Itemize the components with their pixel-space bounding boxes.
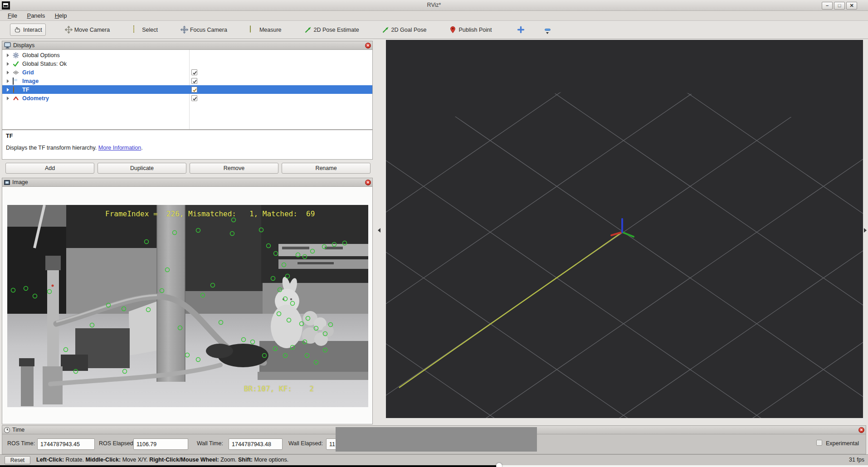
duplicate-button[interactable]: Duplicate — [98, 163, 186, 174]
reset-button[interactable]: Reset — [5, 456, 30, 464]
tree-row-odometry[interactable]: Odometry — [2, 94, 372, 102]
ros-elapsed-field[interactable] — [133, 438, 188, 450]
display-description: TF Displays the TF transform hierarchy. … — [2, 130, 373, 160]
displays-tree: Global Options Global Status: Ok Grid Im… — [2, 50, 373, 130]
expander-icon[interactable] — [7, 97, 9, 100]
image-close-icon[interactable]: ✕ — [365, 180, 371, 185]
tree-row-global-status[interactable]: Global Status: Ok — [2, 59, 372, 68]
expander-icon[interactable] — [7, 71, 9, 74]
monitor-icon — [4, 42, 11, 49]
menu-panels[interactable]: Panels — [23, 11, 49, 20]
tool-2d-pose-estimate[interactable]: 2D Pose Estimate — [301, 24, 363, 36]
crosshair-icon — [180, 26, 188, 34]
titlebar: RViz* – □ ✕ — [0, 0, 868, 11]
time-close-icon[interactable]: ✕ — [858, 427, 864, 433]
tree-row-global-options[interactable]: Global Options — [2, 51, 372, 59]
tool-publish-point[interactable]: Publish Point — [445, 24, 495, 36]
camera-overlay-stats: FrameIndex = 226, Mismatched: 1, Matched… — [105, 209, 315, 218]
minus-icon — [544, 26, 551, 34]
wall-elapsed-label: Wall Elapsed: — [288, 440, 323, 447]
mouse-help-text: Left-Click: Rotate. Middle-Click: Move X… — [36, 457, 288, 463]
tool-interact[interactable]: Interact — [10, 24, 46, 36]
toolbar: Interact Move Camera Select Focus Camera… — [0, 21, 868, 39]
map-pin-icon — [449, 26, 457, 34]
fps-counter: 31 fps — [849, 457, 864, 463]
wall-time-label: Wall Time: — [197, 440, 223, 447]
displays-panel-title: Displays — [13, 42, 34, 49]
time-panel-title: Time — [12, 427, 24, 433]
gear-icon — [13, 52, 19, 58]
expander-icon[interactable] — [7, 62, 9, 66]
camera-scene — [7, 205, 368, 407]
displays-panel-header[interactable]: Displays ✕ — [2, 41, 373, 50]
maximize-button[interactable]: □ — [834, 2, 845, 10]
redaction-overlay — [336, 427, 537, 452]
odometry-checkbox[interactable] — [191, 95, 197, 101]
tree-row-tf[interactable]: TF — [2, 85, 372, 94]
tree-row-image[interactable]: Image — [2, 77, 372, 85]
wall-time-field[interactable] — [229, 438, 283, 450]
minimize-button[interactable]: – — [822, 2, 833, 10]
plus-icon — [517, 26, 525, 34]
camera-image: FrameIndex = 226, Mismatched: 1, Matched… — [7, 205, 368, 407]
image-panel-title: Image — [12, 179, 28, 185]
ros-time-field[interactable] — [37, 438, 95, 450]
tf-orb-icon — [13, 87, 19, 93]
rename-button[interactable]: Rename — [282, 163, 371, 174]
splitter-collapse-right-icon[interactable] — [864, 228, 867, 233]
more-information-link[interactable]: More Information — [98, 145, 141, 151]
splitter-collapse-left-icon[interactable] — [378, 228, 380, 233]
displays-button-row: Add Duplicate Remove Rename — [2, 160, 373, 177]
grid-3d — [386, 40, 863, 418]
description-title: TF — [6, 133, 13, 139]
green-check-icon — [13, 61, 19, 67]
tool-measure[interactable]: Measure — [246, 24, 285, 36]
tool-focus-camera[interactable]: Focus Camera — [177, 24, 231, 36]
ros-time-label: ROS Time: — [7, 440, 35, 447]
hand-icon — [14, 26, 21, 34]
menu-help[interactable]: Help — [51, 11, 71, 20]
image-checkbox[interactable] — [191, 78, 197, 84]
image-icon — [13, 78, 19, 84]
remove-tool-button[interactable] — [540, 24, 555, 36]
expander-icon[interactable] — [7, 88, 9, 92]
displays-close-icon[interactable]: ✕ — [365, 43, 371, 49]
grid-checkbox[interactable] — [191, 69, 197, 75]
move-arrows-icon — [65, 26, 73, 34]
rviz-window: RViz* – □ ✕ File Panels Help Interact Mo… — [0, 0, 868, 467]
green-arrow-icon — [304, 26, 312, 34]
tf-checkbox[interactable] — [191, 87, 197, 92]
tool-move-camera[interactable]: Move Camera — [61, 24, 114, 36]
expander-icon[interactable] — [7, 79, 9, 83]
add-tool-button[interactable] — [513, 24, 528, 36]
tree-row-grid[interactable]: Grid — [2, 68, 372, 77]
description-text: Displays the TF transform hierarchy. Mor… — [6, 145, 143, 151]
ruler-icon — [250, 26, 258, 34]
add-button[interactable]: Add — [5, 163, 94, 174]
tool-2d-goal-pose[interactable]: 2D Goal Pose — [378, 24, 430, 36]
window-title: RViz* — [0, 2, 868, 8]
odometry-arrow-icon — [13, 95, 19, 102]
green-arrow-icon — [382, 26, 390, 34]
image-panel-header[interactable]: Image ✕ — [2, 178, 373, 187]
clock-icon — [4, 427, 10, 433]
grid-icon — [13, 69, 19, 76]
viewport-3d[interactable] — [386, 40, 863, 418]
camera-overlay-keyframes: BR:107, KF: 2 — [244, 384, 314, 393]
odometry-path — [399, 232, 622, 388]
statusbar: Reset Left-Click: Rotate. Middle-Click: … — [0, 454, 868, 465]
video-progress-strip — [0, 465, 868, 467]
close-button[interactable]: ✕ — [846, 2, 857, 10]
remove-button[interactable]: Remove — [190, 163, 278, 174]
experimental-checkbox[interactable] — [816, 440, 822, 446]
ros-elapsed-label: ROS Elapsed: — [99, 440, 135, 447]
tool-select[interactable]: Select — [129, 24, 161, 36]
menu-file[interactable]: File — [4, 11, 21, 20]
expander-icon[interactable] — [7, 54, 9, 57]
menubar: File Panels Help — [0, 11, 868, 21]
experimental-label: Experimental — [826, 440, 859, 447]
video-progress-played — [0, 465, 499, 467]
video-progress-handle[interactable] — [496, 463, 502, 467]
image-icon — [4, 180, 10, 185]
selection-box-icon — [132, 26, 140, 34]
